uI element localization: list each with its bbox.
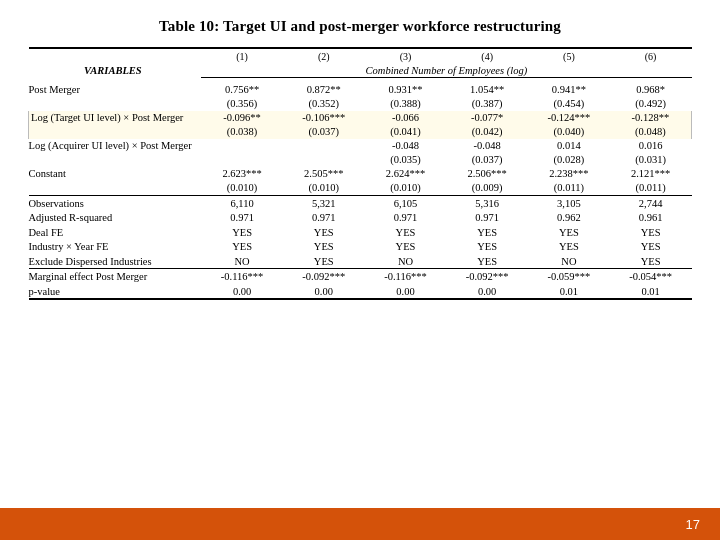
la-se2 [283,153,365,167]
adj-r2-row: Adjusted R-squared 0.971 0.971 0.971 0.9… [29,210,692,225]
ed-v6: YES [610,254,692,269]
observations-label: Observations [29,196,202,211]
page-title: Table 10: Target UI and post-merger work… [28,18,692,35]
iyfe-v1: YES [201,239,283,254]
dfe-v6: YES [610,225,692,240]
pm-v6: 0.968* [610,78,692,97]
iyfe-v4: YES [446,239,528,254]
ed-v1: NO [201,254,283,269]
me-v3: -0.116*** [365,269,447,284]
c-v2: 2.505*** [283,167,365,181]
pv-v5: 0.01 [528,284,610,300]
dep-var-label: Combined Number of Employees (log) [201,63,691,78]
lt-se6: (0.048) [610,125,692,139]
la-se1 [201,153,283,167]
constant-label: Constant [29,167,202,181]
r2-v3: 0.971 [365,210,447,225]
obs-v1: 6,110 [201,196,283,211]
r2-v6: 0.961 [610,210,692,225]
pm-se4: (0.387) [446,97,528,111]
la-v3: -0.048 [365,139,447,153]
pv-v2: 0.00 [283,284,365,300]
pv-v6: 0.01 [610,284,692,300]
pm-v5: 0.941** [528,78,610,97]
lt-v5: -0.124*** [528,111,610,125]
log-acquirer-se-row: (0.035) (0.037) (0.028) (0.031) [29,153,692,167]
la-se4: (0.037) [446,153,528,167]
me-v2: -0.092*** [283,269,365,284]
c-v4: 2.506*** [446,167,528,181]
pm-se5: (0.454) [528,97,610,111]
lt-v2: -0.106*** [283,111,365,125]
col-1: (1) [201,48,283,63]
pv-v1: 0.00 [201,284,283,300]
ed-v5: NO [528,254,610,269]
ind-year-fe-label: Industry × Year FE [29,239,202,254]
dfe-v1: YES [201,225,283,240]
c-v6: 2.121*** [610,167,692,181]
obs-v6: 2,744 [610,196,692,211]
c-se2: (0.010) [283,181,365,196]
lt-se4: (0.042) [446,125,528,139]
c-v3: 2.624*** [365,167,447,181]
ind-year-fe-row: Industry × Year FE YES YES YES YES YES Y… [29,239,692,254]
constant-se-row: (0.010) (0.010) (0.010) (0.009) (0.011) … [29,181,692,196]
obs-v3: 6,105 [365,196,447,211]
lt-se2: (0.037) [283,125,365,139]
log-acquirer-label: Log (Acquirer UI level) × Post Merger [29,139,202,153]
dfe-v4: YES [446,225,528,240]
iyfe-v5: YES [528,239,610,254]
lt-se5: (0.040) [528,125,610,139]
la-v2 [283,139,365,153]
post-merger-row: Post Merger 0.756** 0.872** 0.931** 1.05… [29,78,692,97]
r2-v1: 0.971 [201,210,283,225]
me-v5: -0.059*** [528,269,610,284]
c-se3: (0.010) [365,181,447,196]
iyfe-v3: YES [365,239,447,254]
marginal-effect-row: Marginal effect Post Merger -0.116*** -0… [29,269,692,284]
dfe-v3: YES [365,225,447,240]
footer-bar: 17 [0,508,720,540]
pm-se6: (0.492) [610,97,692,111]
marginal-effect-label: Marginal effect Post Merger [29,269,202,284]
c-v5: 2.238*** [528,167,610,181]
deal-fe-label: Deal FE [29,225,202,240]
content-area: Table 10: Target UI and post-merger work… [0,0,720,508]
la-se3: (0.035) [365,153,447,167]
variables-label: VARIABLES [29,63,202,78]
pm-se1: (0.356) [201,97,283,111]
me-v4: -0.092*** [446,269,528,284]
pm-v3: 0.931** [365,78,447,97]
log-target-label: Log (Target UI level) × Post Merger [29,111,202,125]
pv-v3: 0.00 [365,284,447,300]
me-v1: -0.116*** [201,269,283,284]
iyfe-v2: YES [283,239,365,254]
log-target-se-row: (0.038) (0.037) (0.041) (0.042) (0.040) … [29,125,692,139]
la-v1 [201,139,283,153]
r2-v2: 0.971 [283,210,365,225]
la-se6: (0.031) [610,153,692,167]
p-value-row: p-value 0.00 0.00 0.00 0.00 0.01 0.01 [29,284,692,300]
pv-v4: 0.00 [446,284,528,300]
col-3: (3) [365,48,447,63]
obs-v4: 5,316 [446,196,528,211]
pm-v1: 0.756** [201,78,283,97]
adj-r2-label: Adjusted R-squared [29,210,202,225]
lt-v3: -0.066 [365,111,447,125]
page-number: 17 [686,517,700,532]
regression-table: (1) (2) (3) (4) (5) (6) VARIABLES Combin… [28,47,692,300]
c-se5: (0.011) [528,181,610,196]
lt-v4: -0.077* [446,111,528,125]
ed-v4: YES [446,254,528,269]
la-v5: 0.014 [528,139,610,153]
iyfe-v6: YES [610,239,692,254]
lt-se1: (0.038) [201,125,283,139]
ed-v2: YES [283,254,365,269]
la-se5: (0.028) [528,153,610,167]
col-2: (2) [283,48,365,63]
ed-v3: NO [365,254,447,269]
c-se1: (0.010) [201,181,283,196]
dfe-v2: YES [283,225,365,240]
pm-v4: 1.054** [446,78,528,97]
exclude-dispersed-label: Exclude Dispersed Industries [29,254,202,269]
